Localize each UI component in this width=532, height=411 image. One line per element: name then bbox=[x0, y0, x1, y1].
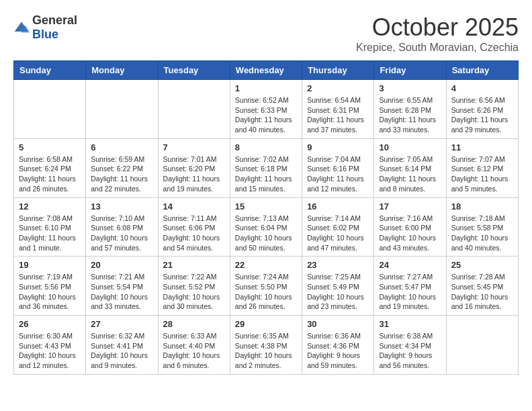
calendar-cell: 11Sunrise: 7:07 AM Sunset: 6:12 PM Dayli… bbox=[446, 138, 518, 197]
day-of-week-header: Saturday bbox=[446, 61, 518, 80]
day-number: 18 bbox=[451, 201, 513, 212]
day-info: Sunrise: 7:11 AM Sunset: 6:06 PM Dayligh… bbox=[163, 214, 225, 253]
calendar-cell: 29Sunrise: 6:35 AM Sunset: 4:38 PM Dayli… bbox=[230, 316, 302, 375]
calendar-cell bbox=[158, 80, 230, 139]
calendar-week-row: 1Sunrise: 6:52 AM Sunset: 6:33 PM Daylig… bbox=[14, 80, 519, 139]
day-info: Sunrise: 6:36 AM Sunset: 4:36 PM Dayligh… bbox=[307, 331, 369, 371]
day-of-week-header: Thursday bbox=[302, 61, 374, 80]
day-number: 25 bbox=[451, 260, 513, 270]
calendar-cell: 7Sunrise: 7:01 AM Sunset: 6:20 PM Daylig… bbox=[158, 138, 230, 197]
day-info: Sunrise: 7:02 AM Sunset: 6:18 PM Dayligh… bbox=[235, 154, 297, 194]
day-number: 8 bbox=[235, 142, 297, 152]
day-info: Sunrise: 7:08 AM Sunset: 6:10 PM Dayligh… bbox=[19, 214, 81, 253]
title-block: October 2025 Krepice, South Moravian, Cz… bbox=[356, 13, 519, 54]
day-info: Sunrise: 7:10 AM Sunset: 6:08 PM Dayligh… bbox=[91, 214, 152, 253]
calendar-cell: 10Sunrise: 7:05 AM Sunset: 6:14 PM Dayli… bbox=[374, 138, 446, 197]
logo-icon bbox=[13, 21, 30, 34]
day-of-week-header: Friday bbox=[374, 61, 446, 80]
calendar-cell: 25Sunrise: 7:28 AM Sunset: 5:45 PM Dayli… bbox=[446, 257, 518, 316]
calendar-cell: 2Sunrise: 6:54 AM Sunset: 6:31 PM Daylig… bbox=[302, 80, 374, 139]
day-info: Sunrise: 7:22 AM Sunset: 5:52 PM Dayligh… bbox=[163, 272, 225, 312]
day-number: 14 bbox=[163, 201, 225, 212]
calendar-cell: 9Sunrise: 7:04 AM Sunset: 6:16 PM Daylig… bbox=[302, 138, 374, 197]
calendar-table: SundayMondayTuesdayWednesdayThursdayFrid… bbox=[13, 60, 519, 375]
calendar-cell: 8Sunrise: 7:02 AM Sunset: 6:18 PM Daylig… bbox=[230, 138, 302, 197]
day-info: Sunrise: 6:55 AM Sunset: 6:28 PM Dayligh… bbox=[379, 95, 441, 135]
day-number: 27 bbox=[91, 319, 152, 329]
logo-blue: Blue bbox=[32, 28, 58, 41]
day-info: Sunrise: 7:21 AM Sunset: 5:54 PM Dayligh… bbox=[91, 272, 152, 312]
day-number: 24 bbox=[379, 260, 441, 270]
day-number: 5 bbox=[19, 142, 81, 152]
day-number: 19 bbox=[19, 260, 81, 270]
day-info: Sunrise: 6:32 AM Sunset: 4:41 PM Dayligh… bbox=[91, 331, 152, 371]
day-info: Sunrise: 7:24 AM Sunset: 5:50 PM Dayligh… bbox=[235, 272, 297, 312]
calendar-week-row: 12Sunrise: 7:08 AM Sunset: 6:10 PM Dayli… bbox=[14, 197, 519, 257]
calendar-cell: 20Sunrise: 7:21 AM Sunset: 5:54 PM Dayli… bbox=[86, 257, 158, 316]
day-info: Sunrise: 6:58 AM Sunset: 6:24 PM Dayligh… bbox=[19, 154, 81, 194]
calendar-cell: 18Sunrise: 7:18 AM Sunset: 5:58 PM Dayli… bbox=[446, 197, 518, 257]
day-number: 12 bbox=[19, 201, 81, 212]
day-info: Sunrise: 7:13 AM Sunset: 6:04 PM Dayligh… bbox=[235, 214, 297, 253]
calendar-cell: 21Sunrise: 7:22 AM Sunset: 5:52 PM Dayli… bbox=[158, 257, 230, 316]
calendar-cell: 28Sunrise: 6:33 AM Sunset: 4:40 PM Dayli… bbox=[158, 316, 230, 375]
calendar-cell: 13Sunrise: 7:10 AM Sunset: 6:08 PM Dayli… bbox=[86, 197, 158, 257]
logo-text: General Blue bbox=[32, 13, 77, 42]
calendar-cell: 23Sunrise: 7:25 AM Sunset: 5:49 PM Dayli… bbox=[302, 257, 374, 316]
day-info: Sunrise: 7:07 AM Sunset: 6:12 PM Dayligh… bbox=[451, 154, 513, 194]
calendar-week-row: 5Sunrise: 6:58 AM Sunset: 6:24 PM Daylig… bbox=[14, 138, 519, 197]
day-info: Sunrise: 6:56 AM Sunset: 6:26 PM Dayligh… bbox=[451, 95, 513, 135]
day-number: 10 bbox=[379, 142, 441, 152]
day-number: 20 bbox=[91, 260, 152, 270]
calendar-cell: 24Sunrise: 7:27 AM Sunset: 5:47 PM Dayli… bbox=[374, 257, 446, 316]
day-number: 13 bbox=[91, 201, 152, 212]
calendar-week-row: 19Sunrise: 7:19 AM Sunset: 5:56 PM Dayli… bbox=[14, 257, 519, 316]
day-info: Sunrise: 6:33 AM Sunset: 4:40 PM Dayligh… bbox=[163, 331, 225, 371]
calendar-cell bbox=[14, 80, 86, 139]
day-info: Sunrise: 7:19 AM Sunset: 5:56 PM Dayligh… bbox=[19, 272, 81, 312]
day-info: Sunrise: 7:01 AM Sunset: 6:20 PM Dayligh… bbox=[163, 154, 225, 194]
day-of-week-header: Sunday bbox=[14, 61, 86, 80]
day-info: Sunrise: 6:59 AM Sunset: 6:22 PM Dayligh… bbox=[91, 154, 152, 194]
calendar-cell: 3Sunrise: 6:55 AM Sunset: 6:28 PM Daylig… bbox=[374, 80, 446, 139]
calendar-cell: 26Sunrise: 6:30 AM Sunset: 4:43 PM Dayli… bbox=[14, 316, 86, 375]
day-number: 21 bbox=[163, 260, 225, 270]
day-info: Sunrise: 7:28 AM Sunset: 5:45 PM Dayligh… bbox=[451, 272, 513, 312]
day-number: 30 bbox=[307, 319, 369, 329]
calendar-cell: 4Sunrise: 6:56 AM Sunset: 6:26 PM Daylig… bbox=[446, 80, 518, 139]
day-info: Sunrise: 7:14 AM Sunset: 6:02 PM Dayligh… bbox=[307, 214, 369, 253]
day-number: 31 bbox=[379, 319, 441, 329]
day-number: 4 bbox=[451, 83, 513, 93]
calendar-cell: 30Sunrise: 6:36 AM Sunset: 4:36 PM Dayli… bbox=[302, 316, 374, 375]
day-info: Sunrise: 6:54 AM Sunset: 6:31 PM Dayligh… bbox=[307, 95, 369, 135]
day-info: Sunrise: 7:25 AM Sunset: 5:49 PM Dayligh… bbox=[307, 272, 369, 312]
location: Krepice, South Moravian, Czechia bbox=[356, 42, 519, 54]
day-info: Sunrise: 7:04 AM Sunset: 6:16 PM Dayligh… bbox=[307, 154, 369, 194]
page-header: General Blue October 2025 Krepice, South… bbox=[13, 13, 519, 54]
day-number: 7 bbox=[163, 142, 225, 152]
calendar-cell: 5Sunrise: 6:58 AM Sunset: 6:24 PM Daylig… bbox=[14, 138, 86, 197]
calendar-cell bbox=[86, 80, 158, 139]
calendar-cell bbox=[446, 316, 518, 375]
day-info: Sunrise: 7:16 AM Sunset: 6:00 PM Dayligh… bbox=[379, 214, 441, 253]
day-info: Sunrise: 6:38 AM Sunset: 4:34 PM Dayligh… bbox=[379, 331, 441, 371]
calendar-cell: 22Sunrise: 7:24 AM Sunset: 5:50 PM Dayli… bbox=[230, 257, 302, 316]
day-number: 2 bbox=[307, 83, 369, 93]
day-number: 16 bbox=[307, 201, 369, 212]
day-of-week-header: Wednesday bbox=[230, 61, 302, 80]
day-info: Sunrise: 6:30 AM Sunset: 4:43 PM Dayligh… bbox=[19, 331, 81, 371]
calendar-cell: 14Sunrise: 7:11 AM Sunset: 6:06 PM Dayli… bbox=[158, 197, 230, 257]
day-number: 6 bbox=[91, 142, 152, 152]
logo-general: General bbox=[32, 13, 77, 27]
calendar-cell: 27Sunrise: 6:32 AM Sunset: 4:41 PM Dayli… bbox=[86, 316, 158, 375]
calendar-cell: 12Sunrise: 7:08 AM Sunset: 6:10 PM Dayli… bbox=[14, 197, 86, 257]
calendar-cell: 6Sunrise: 6:59 AM Sunset: 6:22 PM Daylig… bbox=[86, 138, 158, 197]
day-number: 29 bbox=[235, 319, 297, 329]
calendar-cell: 19Sunrise: 7:19 AM Sunset: 5:56 PM Dayli… bbox=[14, 257, 86, 316]
day-info: Sunrise: 7:27 AM Sunset: 5:47 PM Dayligh… bbox=[379, 272, 441, 312]
calendar-cell: 31Sunrise: 6:38 AM Sunset: 4:34 PM Dayli… bbox=[374, 316, 446, 375]
day-number: 23 bbox=[307, 260, 369, 270]
calendar-cell: 16Sunrise: 7:14 AM Sunset: 6:02 PM Dayli… bbox=[302, 197, 374, 257]
calendar-cell: 17Sunrise: 7:16 AM Sunset: 6:00 PM Dayli… bbox=[374, 197, 446, 257]
day-number: 17 bbox=[379, 201, 441, 212]
